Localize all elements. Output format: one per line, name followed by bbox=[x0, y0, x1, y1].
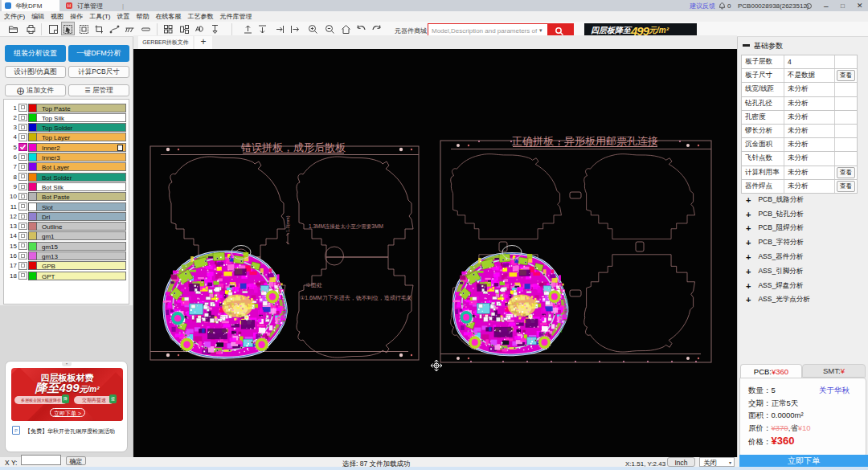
svg-text:正确拼板，异形板用邮票孔连接: 正确拼板，异形板用邮票孔连接 bbox=[512, 135, 658, 147]
svg-text:①1.6MM刀下不进去，铣不到位，造成行毛刺: ①1.6MM刀下不进去，铣不到位，造成行毛刺 bbox=[300, 295, 412, 301]
svg-text:1.3(mm): 1.3(mm) bbox=[285, 215, 290, 232]
svg-text:※图处: ※图处 bbox=[305, 282, 322, 288]
svg-text:错误拼板，成形后散板: 错误拼板，成形后散板 bbox=[240, 141, 346, 153]
svg-text:1.3MM连接处太小至少需要3MM: 1.3MM连接处太小至少需要3MM bbox=[309, 223, 383, 230]
